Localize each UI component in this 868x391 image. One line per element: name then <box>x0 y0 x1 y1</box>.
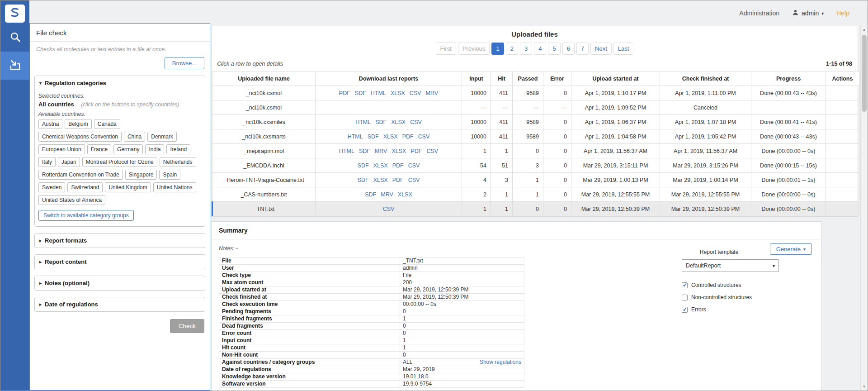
file-row[interactable]: _nci10k.cxsmarts HTMLSDFXLSXPDFCSV 10000… <box>212 129 859 144</box>
report-option-checkbox[interactable]: Controlled structures <box>682 282 804 288</box>
report-option-checkbox[interactable]: Non-controlled structures <box>682 294 804 300</box>
country-button[interactable]: Montreal Protocol for Ozone <box>82 157 157 167</box>
report-format-link[interactable]: XLSX <box>391 119 406 125</box>
country-button[interactable]: India <box>145 144 164 154</box>
country-button[interactable]: China <box>124 132 145 142</box>
report-format-link[interactable]: CSV <box>426 148 438 154</box>
country-button[interactable]: United Kingdom <box>105 182 151 192</box>
country-button[interactable]: Japan <box>58 157 80 167</box>
report-format-link[interactable]: HTML <box>355 119 371 125</box>
report-format-link[interactable]: SDF <box>368 134 379 140</box>
file-row[interactable]: _mepirapim.mol HTMLSDFMRVXLSXPDFCSV 1 1 … <box>212 144 859 158</box>
scrollbar-thumb[interactable] <box>862 35 867 112</box>
page-button[interactable]: 4 <box>534 43 546 55</box>
administration-link[interactable]: Administration <box>739 10 779 17</box>
scroll-up-icon[interactable]: ▲ <box>861 28 868 32</box>
report-format-link[interactable]: PDF <box>392 162 404 169</box>
column-header[interactable]: Progress <box>751 72 826 86</box>
report-format-link[interactable]: PDF <box>392 177 404 183</box>
country-button[interactable]: Denmark <box>147 132 177 142</box>
column-header[interactable]: Input <box>462 72 491 86</box>
regulation-categories-toggle[interactable]: ▾ Regulation categories <box>35 76 205 90</box>
report-format-link[interactable]: MRV <box>426 90 439 96</box>
country-button[interactable]: Spain <box>159 170 180 180</box>
country-button[interactable]: Netherlands <box>160 157 196 167</box>
page-button[interactable]: 2 <box>506 43 518 55</box>
report-format-link[interactable]: HTML <box>339 148 354 154</box>
report-format-link[interactable]: XLSX <box>373 177 388 183</box>
page-button[interactable]: First <box>436 43 456 55</box>
report-format-link[interactable]: HTML <box>371 90 386 96</box>
vertical-scrollbar[interactable]: ▲ ▼ <box>860 26 868 391</box>
file-row[interactable]: _nci10k.csmol PDFSDFHTMLXLSXCSVMRV 10000… <box>212 86 859 100</box>
file-row[interactable]: _EMCDDA.inchi SDFXLSXPDFCSV 54 51 3 0 Ma… <box>212 158 859 173</box>
report-format-link[interactable]: SDF <box>359 148 370 154</box>
collapsed-section-toggle[interactable]: ▸ Report content <box>35 255 205 269</box>
collapsed-section-toggle[interactable]: ▸ Report formats <box>35 234 205 248</box>
country-button[interactable]: United Nations <box>153 182 196 192</box>
report-format-link[interactable]: CSV <box>383 206 395 212</box>
report-format-link[interactable]: XLSX <box>373 162 388 169</box>
report-format-link[interactable]: SDF <box>355 90 366 96</box>
report-format-link[interactable]: XLSX <box>383 134 398 140</box>
page-button[interactable]: Next <box>590 43 612 55</box>
report-option-checkbox[interactable]: Errors <box>682 306 804 313</box>
help-link[interactable]: Help <box>836 10 849 17</box>
file-row[interactable]: _nci10k.cxsmiles HTMLSDFXLSXCSV 10000 41… <box>212 115 859 129</box>
country-button[interactable]: Canada <box>94 119 120 129</box>
country-button[interactable]: Austria <box>38 119 62 129</box>
report-format-link[interactable]: SDF <box>358 162 369 169</box>
file-row[interactable]: _TNT.txt CSV 1 1 0 0 Mar 29, 2019, 12:50… <box>212 202 859 216</box>
report-format-link[interactable]: SDF <box>358 177 369 183</box>
collapsed-section-toggle[interactable]: ▸ Date of regulations <box>35 297 205 311</box>
report-format-link[interactable]: CSV <box>410 90 421 96</box>
page-button[interactable]: 3 <box>520 43 532 55</box>
report-format-link[interactable]: CSV <box>408 162 420 169</box>
page-button[interactable]: Last <box>613 43 634 55</box>
report-format-link[interactable]: MRV <box>375 148 387 154</box>
report-format-link[interactable]: PDF <box>410 148 422 154</box>
page-button[interactable]: 6 <box>562 43 575 55</box>
report-format-link[interactable]: XLSX <box>398 191 412 198</box>
file-row[interactable]: _Heroin-TNT-Viagra-Cocaine.txt SDFXLSXPD… <box>212 173 859 187</box>
report-format-link[interactable]: PDF <box>402 134 414 140</box>
column-header[interactable]: Download last reports <box>316 72 462 86</box>
country-button[interactable]: France <box>87 144 111 154</box>
check-button[interactable]: Check <box>170 319 204 333</box>
page-button[interactable]: 1 <box>491 43 504 55</box>
column-header[interactable]: Actions <box>826 72 859 86</box>
report-format-link[interactable]: HTML <box>348 134 363 140</box>
report-format-link[interactable]: CSV <box>418 134 430 140</box>
country-button[interactable]: Switzerland <box>67 182 103 192</box>
file-row[interactable]: _CAS-numbers.txt SDFMRVXLSX 2 1 1 0 Mar … <box>212 187 859 202</box>
country-button[interactable]: European Union <box>38 144 85 154</box>
user-menu[interactable]: admin ▾ <box>792 9 824 17</box>
country-button[interactable]: Singapore <box>125 170 157 180</box>
report-format-link[interactable]: SDF <box>375 119 387 125</box>
country-button[interactable]: Belgium <box>65 119 91 129</box>
country-button[interactable]: Italy <box>38 157 56 167</box>
app-logo[interactable] <box>5 5 25 23</box>
column-header[interactable]: Hit <box>491 72 513 86</box>
country-button[interactable]: United States of America <box>38 195 105 205</box>
column-header[interactable]: Uploaded file name <box>212 72 316 86</box>
show-regulations-link[interactable]: Show regulations <box>480 359 521 365</box>
report-template-select[interactable]: DefaultReport ▾ <box>682 259 779 272</box>
report-format-link[interactable]: CSV <box>408 177 420 183</box>
switch-category-groups-button[interactable]: Switch to available category groups <box>38 210 134 221</box>
file-row[interactable]: _nci10k.csmol --- --- --- --- Apr 1, 201… <box>212 100 859 115</box>
page-button[interactable]: 7 <box>576 43 589 55</box>
country-button[interactable]: Rotterdam Convention on Trade <box>38 170 123 180</box>
collapsed-section-toggle[interactable]: ▸ Notes (optional) <box>35 276 205 290</box>
report-format-link[interactable]: XLSX <box>392 148 406 154</box>
file-check-nav-button[interactable] <box>0 52 29 80</box>
country-button[interactable]: Chemical Weapons Convention <box>38 132 122 142</box>
report-format-link[interactable]: SDF <box>365 191 376 198</box>
page-button[interactable]: Previous <box>458 43 490 55</box>
report-format-link[interactable]: XLSX <box>391 90 405 96</box>
report-format-link[interactable]: MRV <box>381 191 393 198</box>
country-button[interactable]: Germany <box>113 144 143 154</box>
country-button[interactable]: Ireland <box>166 144 190 154</box>
report-format-link[interactable]: PDF <box>339 90 350 96</box>
column-header[interactable]: Passed <box>513 72 543 86</box>
